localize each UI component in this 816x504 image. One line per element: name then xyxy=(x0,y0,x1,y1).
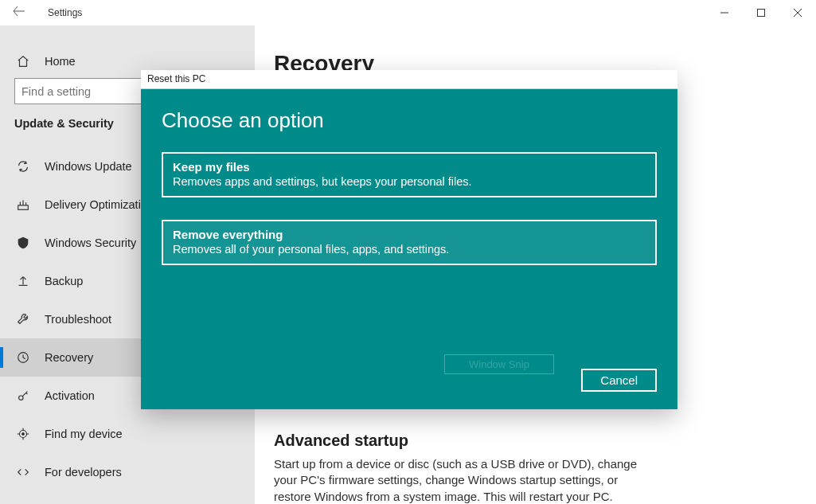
home-icon xyxy=(14,54,32,68)
window-titlebar: Settings xyxy=(0,0,816,25)
delivery-icon xyxy=(14,197,32,212)
sidebar-item-label: Troubleshoot xyxy=(45,313,111,326)
sidebar-item-label: For developers xyxy=(45,466,122,479)
home-label: Home xyxy=(45,55,76,68)
sidebar-item-label: Recovery xyxy=(45,351,93,364)
option-title: Remove everything xyxy=(173,228,646,241)
svg-line-2 xyxy=(794,9,802,17)
sidebar-item-label: Backup xyxy=(45,275,83,287)
wrench-icon xyxy=(14,312,32,326)
maximize-button[interactable] xyxy=(743,0,779,25)
shield-icon xyxy=(14,236,32,250)
dev-icon xyxy=(14,465,32,479)
minimize-button[interactable] xyxy=(706,0,743,25)
advanced-startup-heading: Advanced startup xyxy=(274,432,797,450)
backup-icon xyxy=(14,274,32,288)
locate-icon xyxy=(14,427,32,441)
sync-icon xyxy=(14,159,32,174)
sidebar-item-label: Windows Update xyxy=(45,160,132,173)
option-description: Removes all of your personal files, apps… xyxy=(173,243,646,256)
close-button[interactable] xyxy=(779,0,816,25)
option-description: Removes apps and settings, but keeps you… xyxy=(173,175,646,188)
dialog-heading: Choose an option xyxy=(162,108,657,133)
clock-icon xyxy=(14,350,32,365)
reset-pc-dialog: Reset this PC Choose an option Window Sn… xyxy=(141,70,677,409)
svg-rect-1 xyxy=(758,10,765,17)
sidebar-item-label: Delivery Optimization xyxy=(45,198,154,211)
reset-option-keep-my-files[interactable]: Keep my filesRemoves apps and settings, … xyxy=(162,152,657,197)
svg-line-3 xyxy=(794,9,802,17)
sidebar-item-label: Find my device xyxy=(45,428,123,440)
sidebar-item-for-developers[interactable]: For developers xyxy=(0,453,255,491)
option-title: Keep my files xyxy=(173,160,646,174)
cancel-button[interactable]: Cancel xyxy=(581,369,657,392)
reset-option-remove-everything[interactable]: Remove everythingRemoves all of your per… xyxy=(162,220,657,265)
advanced-startup-body: Start up from a device or disc (such as … xyxy=(274,456,640,504)
back-icon[interactable] xyxy=(13,5,32,21)
sidebar-item-label: Windows Security xyxy=(45,236,136,249)
key-icon xyxy=(14,389,32,403)
svg-point-10 xyxy=(22,433,25,436)
svg-rect-6 xyxy=(18,205,29,209)
sidebar-item-label: Activation xyxy=(45,389,95,402)
sidebar-item-find-my-device[interactable]: Find my device xyxy=(0,415,255,453)
dialog-titlebar: Reset this PC xyxy=(141,70,677,89)
window-title: Settings xyxy=(48,7,82,18)
